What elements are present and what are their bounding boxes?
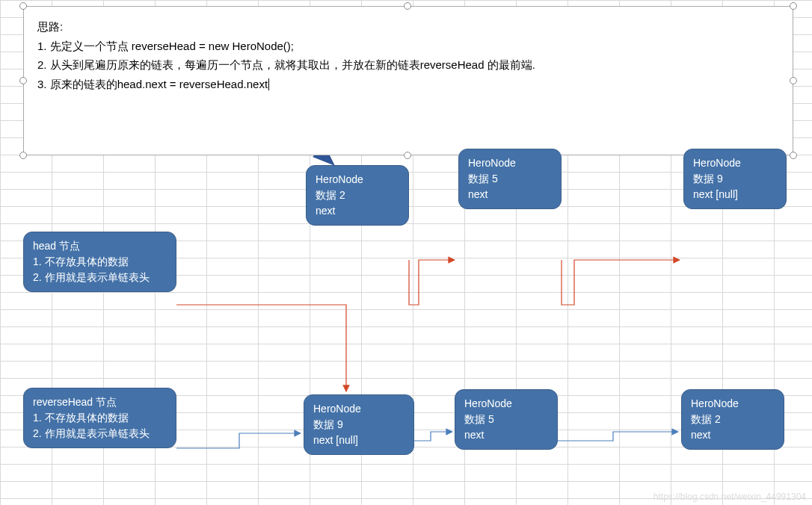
node-line: HeroNode xyxy=(693,157,741,169)
node-line: HeroNode xyxy=(468,157,516,169)
node-line: reverseHead 节点 xyxy=(33,396,117,408)
node-line: 2. 作用就是表示单链表头 xyxy=(33,271,150,283)
node-line: 数据 2 xyxy=(691,413,721,425)
explanation-textbox[interactable]: 思路: 1. 先定义一个节点 reverseHead = new HeroNod… xyxy=(23,6,793,155)
reversehead-node[interactable]: reverseHead 节点 1. 不存放具体的数据 2. 作用就是表示单链表头 xyxy=(23,388,176,448)
resize-handle[interactable] xyxy=(790,152,797,159)
heronode-top-3[interactable]: HeroNode 数据 9 next [null] xyxy=(683,149,787,209)
text-cursor xyxy=(268,78,269,90)
textbox-line1: 1. 先定义一个节点 reverseHead = new HeroNode(); xyxy=(37,40,294,52)
heronode-bot-3[interactable]: HeroNode 数据 2 next xyxy=(681,389,784,450)
resize-handle[interactable] xyxy=(19,77,27,84)
resize-handle[interactable] xyxy=(790,77,797,84)
heronode-top-2[interactable]: HeroNode 数据 5 next xyxy=(458,149,562,209)
node-line: next [null] xyxy=(313,434,358,446)
node-line: next xyxy=(316,205,335,217)
resize-handle[interactable] xyxy=(404,152,411,159)
node-line: next xyxy=(464,429,484,441)
textbox-line2: 2. 从头到尾遍历原来的链表，每遍历一个节点，就将其取出，并放在新的链表reve… xyxy=(37,58,535,71)
node-line: 1. 不存放具体的数据 xyxy=(33,412,129,424)
node-line: head 节点 xyxy=(33,240,80,252)
resize-handle[interactable] xyxy=(19,2,27,10)
node-line: 数据 5 xyxy=(468,173,498,185)
watermark-text: https://blog.csdn.net/weixin_44991304 xyxy=(653,492,806,502)
node-line: 数据 2 xyxy=(316,189,345,201)
node-line: HeroNode xyxy=(691,397,739,409)
node-line: 数据 5 xyxy=(464,413,494,425)
resize-handle[interactable] xyxy=(790,2,797,10)
textbox-title: 思路: xyxy=(37,17,779,37)
textbox-line3: 3. 原来的链表的head.next = reverseHead.next xyxy=(37,78,268,90)
head-node[interactable]: head 节点 1. 不存放具体的数据 2. 作用就是表示单链表头 xyxy=(23,232,176,292)
resize-handle[interactable] xyxy=(19,152,27,159)
heronode-top-1[interactable]: HeroNode 数据 2 next xyxy=(306,165,409,226)
node-line: 1. 不存放具体的数据 xyxy=(33,255,129,267)
node-line: next xyxy=(691,429,710,441)
node-line: 2. 作用就是表示单链表头 xyxy=(33,427,150,439)
node-line: HeroNode xyxy=(316,173,363,185)
node-line: 数据 9 xyxy=(693,173,723,185)
node-line: next [null] xyxy=(693,188,738,200)
node-line: next xyxy=(468,188,487,200)
node-line: 数据 9 xyxy=(313,418,343,430)
heronode-bot-2[interactable]: HeroNode 数据 5 next xyxy=(455,389,558,450)
node-line: HeroNode xyxy=(464,397,512,409)
heronode-bot-1[interactable]: HeroNode 数据 9 next [null] xyxy=(304,394,414,455)
resize-handle[interactable] xyxy=(404,2,411,10)
node-line: HeroNode xyxy=(313,403,361,415)
